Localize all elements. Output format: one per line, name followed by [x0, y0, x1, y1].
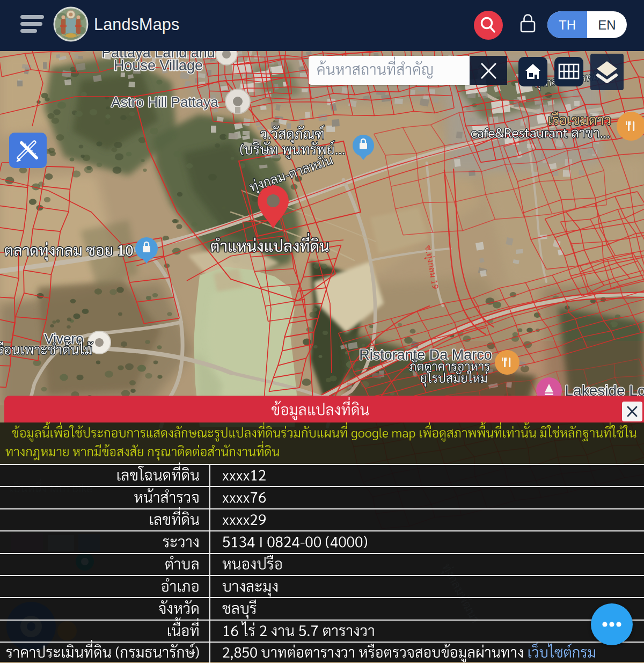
svg-text:Astro Hill Pattaya: Astro Hill Pattaya: [111, 94, 218, 110]
svg-text:Ristorante Da Marco: Ristorante Da Marco: [359, 347, 492, 363]
svg-text:House Village: House Village: [114, 57, 203, 74]
svg-text:LandsMaps: LandsMaps: [94, 15, 179, 34]
svg-text:TH: TH: [559, 18, 576, 32]
svg-text:EN: EN: [598, 18, 616, 32]
svg-text:Vivero: Vivero: [44, 331, 83, 347]
